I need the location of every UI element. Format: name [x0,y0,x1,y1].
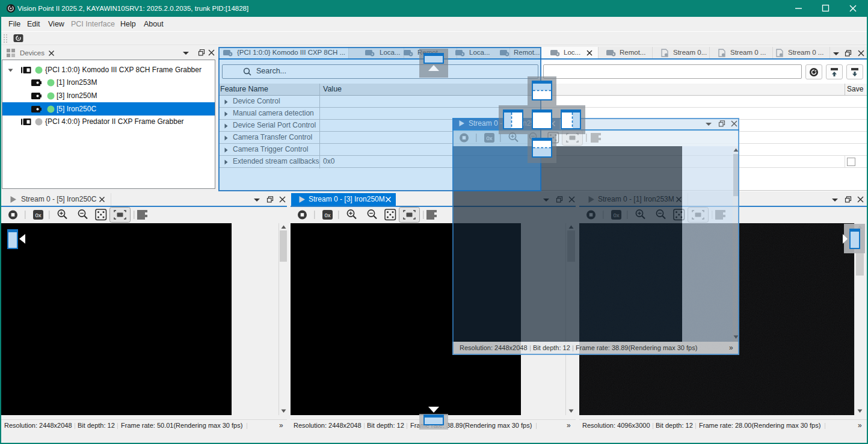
svg-text:0x: 0x [35,212,41,218]
svg-text:0x: 0x [324,212,330,218]
